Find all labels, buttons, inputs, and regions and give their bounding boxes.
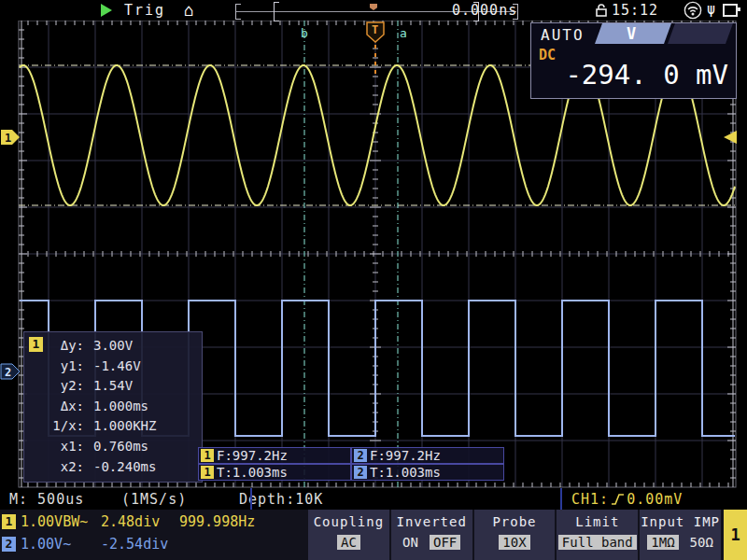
cursor-row: 1/x:1.000KHZ: [24, 416, 202, 437]
multimeter-panel: AUTO V DC -294. 0 mV: [530, 22, 737, 99]
menu-option[interactable]: Full band: [558, 535, 637, 550]
usb-icon: ψ: [707, 1, 715, 18]
measurement-channel-badge: 1: [201, 449, 214, 462]
measurement-value: T:1.003ms: [370, 465, 441, 480]
measurement-channel-badge: 1: [201, 466, 214, 479]
measurement-cell: 2T:1.003ms: [351, 464, 504, 481]
status-bar: M: 500us (1MS/s) Depth:10K CH1: 0.00mV: [0, 488, 747, 510]
cursor-row: y2:1.54V: [24, 376, 202, 397]
menu-section-title: Input IMP: [640, 514, 721, 529]
wifi-icon: [683, 1, 703, 20]
menu-section-coupling[interactable]: CouplingAC: [308, 510, 389, 560]
menu-section-input-imp[interactable]: Input IMP1MΩ50Ω: [640, 510, 721, 560]
menu-section-title: Coupling: [308, 514, 389, 529]
menu-option[interactable]: ON: [402, 535, 418, 550]
cursor-row-value: 0.760ms: [93, 437, 148, 457]
trigger-readout: CH1: 0.00mV: [571, 491, 683, 508]
cursor-row-value: 1.000ms: [93, 397, 148, 417]
channel2-info: 2 1.00V~ -2.54div: [2, 536, 168, 553]
cursor-row-value: -0.240ms: [93, 457, 156, 478]
timebase-readout: M: 500us: [9, 491, 84, 508]
trigger-status-label: Trig: [124, 2, 165, 19]
status-divider: [560, 488, 562, 510]
measurement-cell: 1T:1.003ms: [198, 464, 351, 481]
menu-section-title: Probe: [474, 514, 556, 529]
cursor-row: x2:-0.240ms: [24, 457, 202, 478]
measurement-value: F:997.2Hz: [370, 448, 441, 463]
soft-menu: CouplingACInvertedONOFFProbe10XLimitFull…: [308, 510, 723, 560]
top-bar: Trig ⌂ 0.000ns 15:12 ψ: [0, 0, 747, 21]
menu-section-title: Inverted: [391, 514, 472, 529]
channel1-frequency: 999.998Hz: [179, 513, 255, 530]
measurement-channel-badge: 2: [354, 466, 367, 479]
run-state-icon: [101, 4, 112, 17]
battery-icon: [723, 4, 738, 17]
cursor-row-label: Δx:: [24, 397, 84, 417]
svg-text:1: 1: [5, 132, 11, 145]
rising-edge-icon: [611, 492, 625, 507]
menu-option[interactable]: OFF: [430, 535, 460, 550]
channel1-info: 1 1.00VBW~ 2.48div 999.998Hz: [2, 513, 255, 530]
cursor-row-label: 1/x:: [24, 416, 84, 437]
meter-unit-label: V: [627, 24, 636, 43]
memory-bracket-left: [235, 4, 241, 20]
cursor-row-value: -1.46V: [93, 357, 141, 377]
svg-text:2: 2: [5, 366, 11, 379]
cursor-row-value: 1.54V: [93, 376, 133, 397]
cursor-row-value: 1.000KHZ: [93, 416, 156, 437]
measurement-value: T:1.003ms: [217, 465, 288, 480]
channel1-position: 2.48div: [101, 513, 179, 530]
bottom-bar: 1 1.00VBW~ 2.48div 999.998Hz 2 1.00V~ -2…: [0, 510, 747, 560]
sample-rate-readout: (1MS/s): [121, 491, 187, 508]
trigger-position-marker: [370, 4, 377, 10]
menu-section-limit[interactable]: LimitFull band: [557, 510, 638, 560]
menu-channel-tab[interactable]: 1: [724, 510, 747, 560]
menu-option[interactable]: 10X: [499, 535, 529, 550]
channel2-scale: 1.00V~: [21, 536, 101, 553]
channel2-position: -2.54div: [101, 536, 168, 553]
menu-section-title: Limit: [557, 514, 638, 529]
measurement-value: F:997.2Hz: [217, 448, 288, 463]
menu-option[interactable]: AC: [337, 535, 360, 550]
home-icon[interactable]: ⌂: [184, 0, 194, 20]
cursor-row-value: 3.00V: [93, 336, 133, 357]
status-divider: [250, 488, 252, 510]
cursor-rows: Δy:3.00Vy1:-1.46Vy2:1.54VΔx:1.000ms1/x:1…: [24, 336, 202, 477]
menu-option[interactable]: 1MΩ: [647, 535, 678, 550]
cursor-row: x1:0.760ms: [24, 437, 202, 457]
channel1-scale: 1.00VBW~: [21, 513, 101, 530]
trigger-source-label: CH1:: [571, 491, 609, 508]
cursor-row-label: x1:: [24, 437, 84, 457]
menu-option[interactable]: 50Ω: [690, 535, 713, 550]
cursor-row: Δx:1.000ms: [24, 397, 202, 417]
cursor-row: Δy:3.00V: [24, 336, 202, 357]
cursor-row-label: y1:: [24, 357, 84, 377]
view-bracket-left: [274, 2, 279, 21]
meter-unit-tab-shadow: [668, 23, 733, 44]
cursor-row-label: y2:: [24, 376, 84, 397]
meter-mode-label: AUTO: [541, 26, 585, 44]
menu-section-inverted[interactable]: InvertedONOFF: [391, 510, 472, 560]
auto-measurements: 1F:997.2Hz2F:997.2Hz1T:1.003ms2T:1.003ms: [198, 447, 506, 481]
lock-icon: [595, 3, 608, 18]
meter-reading: -294. 0 mV: [537, 59, 728, 91]
svg-text:T: T: [372, 23, 378, 36]
cursor-measure-box: 1 Δy:3.00Vy1:-1.46Vy2:1.54VΔx:1.000ms1/x…: [23, 331, 203, 483]
x-cursor-label: b: [301, 26, 308, 40]
measurement-channel-badge: 2: [354, 449, 367, 462]
oscilloscope-ui: { "top_bar": { "trig_label": "Trig", "ho…: [0, 0, 747, 560]
x-cursor-label: a: [400, 26, 407, 40]
channel2-badge: 2: [2, 537, 16, 552]
measurement-cell: 1F:997.2Hz: [198, 447, 351, 464]
clock: 15:12: [612, 2, 658, 19]
measurement-cell: 2F:997.2Hz: [351, 447, 504, 464]
cursor-row-label: x2:: [24, 457, 84, 478]
horizontal-offset-readout: 0.000ns: [452, 2, 517, 19]
menu-section-probe[interactable]: Probe10X: [474, 510, 556, 560]
cursor-row-label: Δy:: [24, 336, 84, 357]
channel1-badge: 1: [2, 514, 16, 529]
trigger-level-value: 0.00mV: [627, 491, 683, 508]
cursor-row: y1:-1.46V: [24, 357, 202, 377]
